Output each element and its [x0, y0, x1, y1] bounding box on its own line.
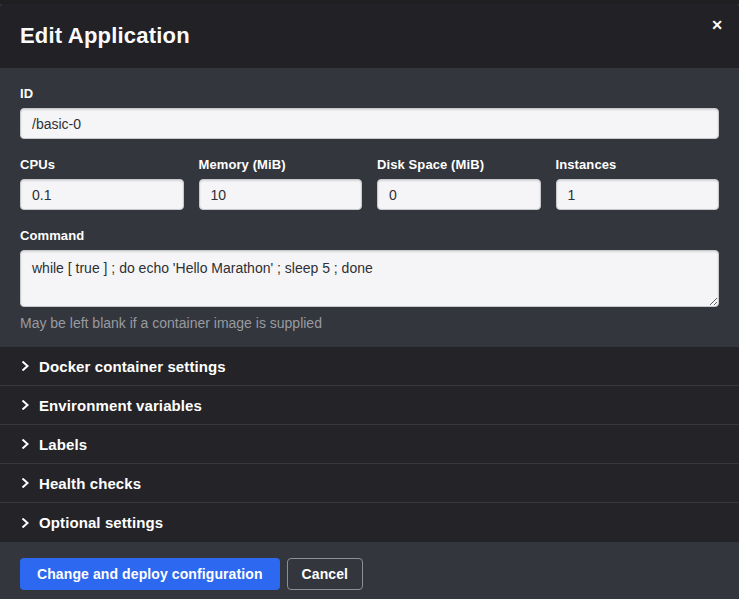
chevron-right-icon: [20, 478, 30, 488]
section-label: Docker container settings: [39, 358, 226, 375]
section-optional-settings[interactable]: Optional settings: [0, 503, 739, 542]
disk-input[interactable]: [377, 179, 541, 210]
chevron-right-icon: [20, 518, 30, 528]
memory-label: Memory (MiB): [199, 157, 363, 172]
collapsible-sections: Docker container settings Environment va…: [0, 347, 739, 542]
modal-footer: Change and deploy configuration Cancel: [0, 542, 739, 599]
id-label: ID: [20, 86, 719, 101]
section-label: Health checks: [39, 475, 141, 492]
memory-input[interactable]: [199, 179, 363, 210]
command-field-group: Command while [ true ] ; do echo 'Hello …: [20, 228, 719, 331]
disk-label: Disk Space (MiB): [377, 157, 541, 172]
chevron-right-icon: [20, 400, 30, 410]
modal-header: Edit Application ✕: [0, 4, 739, 68]
section-environment-variables[interactable]: Environment variables: [0, 386, 739, 425]
id-field-group: ID: [20, 86, 719, 139]
cancel-button[interactable]: Cancel: [287, 558, 364, 590]
application-form: ID CPUs Memory (MiB) Disk Space (MiB) In…: [0, 68, 739, 347]
cpus-input[interactable]: [20, 179, 184, 210]
edit-application-modal: Edit Application ✕ ID CPUs Memory (MiB) …: [0, 4, 739, 599]
command-help-text: May be left blank if a container image i…: [20, 315, 719, 331]
cpus-label: CPUs: [20, 157, 184, 172]
instances-input[interactable]: [556, 179, 720, 210]
change-and-deploy-button[interactable]: Change and deploy configuration: [20, 558, 280, 590]
section-health-checks[interactable]: Health checks: [0, 464, 739, 503]
section-label: Optional settings: [39, 514, 163, 531]
instances-label: Instances: [556, 157, 720, 172]
modal-title: Edit Application: [20, 23, 190, 49]
id-input[interactable]: [20, 108, 719, 139]
section-label: Labels: [39, 436, 87, 453]
close-icon[interactable]: ✕: [708, 16, 726, 34]
section-docker-container-settings[interactable]: Docker container settings: [0, 347, 739, 386]
instances-field-group: Instances: [556, 157, 720, 210]
command-textarea[interactable]: while [ true ] ; do echo 'Hello Marathon…: [20, 250, 719, 307]
resources-row: CPUs Memory (MiB) Disk Space (MiB) Insta…: [20, 157, 719, 210]
command-label: Command: [20, 228, 719, 243]
disk-field-group: Disk Space (MiB): [377, 157, 541, 210]
cpus-field-group: CPUs: [20, 157, 184, 210]
section-labels[interactable]: Labels: [0, 425, 739, 464]
chevron-right-icon: [20, 361, 30, 371]
section-label: Environment variables: [39, 397, 202, 414]
memory-field-group: Memory (MiB): [199, 157, 363, 210]
chevron-right-icon: [20, 439, 30, 449]
